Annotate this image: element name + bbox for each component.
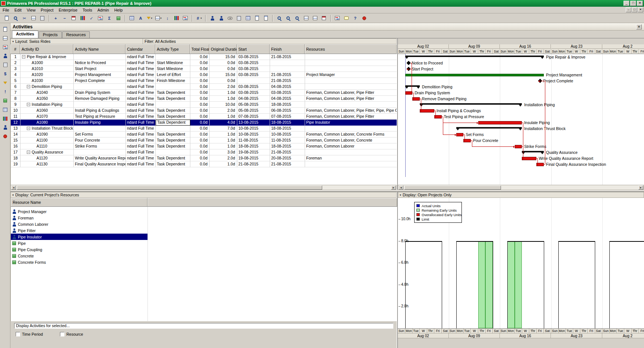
resource-row[interactable]: Concrete Forms: [11, 259, 147, 265]
risks-view-button[interactable]: [1, 97, 9, 104]
activity-group-row[interactable]: 1−Pipe Repair & Improvendard Full Time0.…: [11, 54, 397, 60]
zoom-out-button[interactable]: [284, 14, 292, 22]
resources-dialog-button[interactable]: [208, 14, 216, 22]
documents-button[interactable]: [261, 14, 270, 22]
layout-bar-button[interactable]: ▾ Layout: Swiss Rides: [11, 39, 143, 44]
codes-button[interactable]: [253, 14, 261, 22]
column-header-[interactable]: #: [10, 44, 20, 54]
tab-activities[interactable]: Activities: [12, 31, 38, 38]
sort-button[interactable]: ↕: [163, 14, 172, 22]
collapse-toggle-icon[interactable]: −: [27, 151, 30, 154]
activity-group-row[interactable]: 17−Quality Assurancendard Full Time0.0d3…: [11, 149, 397, 155]
tab-projects[interactable]: Projects: [39, 31, 62, 38]
info-button[interactable]: [360, 14, 368, 22]
menu-file[interactable]: File: [0, 7, 12, 13]
activity-group-row[interactable]: 6−Demolition Pipingndard Full Time0.0d2.…: [11, 84, 397, 90]
activity-row[interactable]: 7A1040Drain Piping Systemndard Full Time…: [11, 90, 397, 96]
column-header-resources[interactable]: Resources: [305, 44, 397, 54]
scroll-thumb[interactable]: [17, 186, 322, 190]
summarize-button[interactable]: Σ: [105, 14, 114, 22]
summary-bar[interactable]: [420, 103, 522, 105]
scroll-left-arrow[interactable]: ◄: [399, 186, 403, 190]
add-activity-button[interactable]: +: [51, 14, 60, 22]
column-header-activity-id[interactable]: Activity ID: [20, 44, 73, 54]
scroll-thumb[interactable]: [404, 186, 501, 190]
resources-view-button[interactable]: [1, 124, 9, 131]
activity-row[interactable]: 2A1000Notice to Proceedndard Full TimeSt…: [11, 60, 397, 66]
resource-name-column-header[interactable]: Resource Name: [11, 198, 147, 206]
activity-group-row[interactable]: 9−Installation Pipingndard Full Time0.0d…: [11, 102, 397, 108]
mdi-close-button[interactable]: ✕: [638, 7, 643, 12]
resource-row[interactable]: Pipe Coupling: [11, 246, 147, 253]
resource-usage-button[interactable]: [172, 14, 181, 22]
schedule-button[interactable]: [69, 14, 78, 22]
close-button[interactable]: ✕: [637, 1, 643, 6]
table-horizontal-scrollbar[interactable]: ◄►: [10, 185, 397, 190]
scroll-right-arrow[interactable]: ►: [391, 186, 396, 190]
task-bar[interactable]: [522, 157, 536, 160]
filter-bar-button[interactable]: Filter: All Activities: [143, 39, 396, 44]
activity-row[interactable]: 8A1050Remove Damaged Pipingndard Full Ti…: [11, 96, 397, 102]
paste-button[interactable]: [38, 14, 47, 22]
timescale-week[interactable]: Aug 09: [449, 44, 500, 49]
comments-button[interactable]: [342, 14, 350, 22]
group-sort-button[interactable]: ▾: [154, 14, 163, 22]
activity-details-button[interactable]: [333, 14, 342, 22]
menu-tools[interactable]: Tools: [80, 7, 95, 13]
column-header-start[interactable]: Start: [237, 44, 270, 54]
resource-row[interactable]: Project Manager: [11, 208, 147, 215]
activity-row[interactable]: 10A1060Install Piping & Couplingsndard F…: [11, 108, 397, 114]
activity-row[interactable]: 14A1090Set Formsndard Full TimeTask Depe…: [11, 132, 397, 137]
print-preview-button[interactable]: [11, 14, 20, 22]
timescale-week[interactable]: Aug 2: [602, 44, 644, 49]
column-header-activity-name[interactable]: Activity Name: [73, 44, 126, 54]
tab-resources[interactable]: Resources: [62, 31, 90, 38]
maximize-button[interactable]: □: [630, 1, 636, 6]
gantt-horizontal-scrollbar[interactable]: ◄►: [398, 185, 644, 190]
delete-activity-button[interactable]: −: [60, 14, 69, 22]
minimize-button[interactable]: _: [624, 1, 629, 6]
column-header-calendar[interactable]: Calendar: [126, 44, 155, 54]
activity-row[interactable]: 5A1030Project Completendard Full TimeFin…: [11, 78, 397, 84]
mdi-minimize-button[interactable]: –: [626, 7, 631, 12]
task-bar[interactable]: [420, 109, 434, 113]
tracking-view-button[interactable]: [1, 115, 9, 122]
resources-display-options-bar[interactable]: ▾ Display: Current Project's Resources: [10, 192, 397, 198]
checkbox-time-period[interactable]: Time Period: [16, 332, 43, 336]
level-resources-button[interactable]: [78, 14, 87, 22]
resource-row[interactable]: Foreman: [11, 215, 147, 221]
activity-row[interactable]: 3A1010Start Projectndard Full TimeStart …: [11, 66, 397, 72]
vertical-split-button[interactable]: [311, 14, 319, 22]
help-button[interactable]: ?: [351, 14, 359, 22]
collapse-toggle-icon[interactable]: −: [22, 55, 25, 58]
menu-enterprise[interactable]: Enterprise: [56, 7, 80, 13]
column-header-activity-type[interactable]: Activity Type: [155, 44, 190, 54]
menu-project[interactable]: Project: [38, 7, 56, 13]
issues-view-button[interactable]: !: [1, 88, 9, 95]
reports-view-button[interactable]: [1, 106, 9, 113]
resource-row[interactable]: Concrete: [11, 253, 147, 259]
checkbox-resource[interactable]: Resource: [60, 332, 83, 336]
menu-help[interactable]: Help: [112, 7, 126, 13]
zoom-fit-button[interactable]: [293, 14, 301, 22]
mdi-restore-button[interactable]: □: [632, 7, 637, 12]
summary-bar[interactable]: [405, 56, 544, 57]
scroll-left-arrow[interactable]: ◄: [11, 186, 16, 190]
timescale-week[interactable]: Aug 23: [551, 44, 602, 49]
filter-button[interactable]: ▾: [145, 14, 154, 22]
display-activities-box[interactable]: Display Activities for selected...: [14, 323, 393, 329]
print-button[interactable]: [2, 14, 11, 22]
copy-button[interactable]: [29, 14, 38, 22]
resource-row[interactable]: Pipe Fitter: [11, 227, 147, 234]
menu-view[interactable]: View: [24, 7, 38, 13]
assignments-view-button[interactable]: [1, 52, 9, 60]
gantt-timescale[interactable]: Aug 02SunMonTueWThrFriSatAug 09SunMonTue…: [398, 44, 644, 54]
activity-group-row[interactable]: 13−Installation Thrust Blockndard Full T…: [11, 126, 397, 132]
projects-view-button[interactable]: [1, 25, 9, 33]
checkbox-icon[interactable]: [16, 332, 20, 336]
resource-row[interactable]: Pipe: [11, 240, 147, 246]
cut-button[interactable]: ✂: [20, 14, 29, 22]
scroll-right-arrow[interactable]: ►: [638, 186, 643, 190]
resource-row[interactable]: Common Laborer: [11, 221, 147, 227]
expenses-view-button[interactable]: $: [1, 70, 9, 77]
